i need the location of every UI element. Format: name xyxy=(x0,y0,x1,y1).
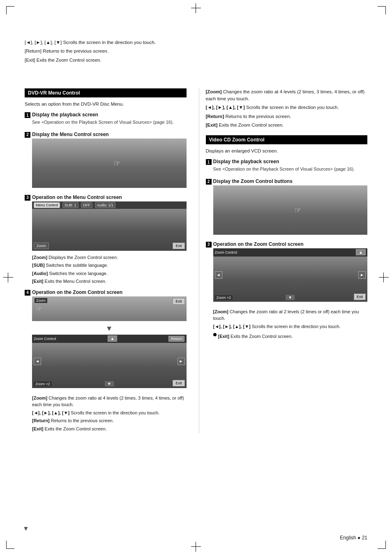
step-1-content: Display the playback screen See <Operati… xyxy=(32,112,187,128)
zoom-control-bar-4: Zoom Control ▲ Return xyxy=(32,335,187,343)
right-intro-arrows: [◄], [►], [▲], [▼] Scrolls the screen in… xyxy=(206,104,368,111)
nav-right-btn-r3: ► xyxy=(358,271,366,279)
bullet-dot xyxy=(213,333,217,336)
step-4: 4 Operation on the Zoom Control screen E… xyxy=(25,289,187,391)
right-step-2-title: Display the Zoom Control buttons xyxy=(213,178,368,184)
step-4-title: Operation on the Zoom Control screen xyxy=(32,289,187,295)
zoom-control-label: Zoom Control xyxy=(34,337,56,341)
main-content: DVD-VR Menu Control Selects an option fr… xyxy=(25,88,367,433)
crosshair-bottom xyxy=(191,542,201,552)
nav-right-r3: ► xyxy=(358,257,366,293)
right-step-1-title: Display the playback screen xyxy=(213,159,368,164)
right-intro-zoom: [Zoom] Changes the zoom ratio at 4 level… xyxy=(206,88,368,103)
off-btn: OFF xyxy=(81,202,92,208)
right-label-zoom: [Zoom] Changes the zoom ratio at 2 level… xyxy=(213,308,368,322)
step-2-screen: ☞ xyxy=(32,139,187,188)
step-3-label-zoom: [Zoom] Displays the Zoom Control screen. xyxy=(32,254,187,261)
step-2-content: Display the Menu Control screen ☞ xyxy=(32,132,187,191)
touch-icon-4a: ☞ xyxy=(36,305,42,312)
step-1-desc: See <Operation on the Playback Screen of… xyxy=(32,119,187,126)
step-3-label-exit: [Exit] Exits the Menu Control screen. xyxy=(32,278,187,285)
sub-btn: SUB: 1 xyxy=(62,202,78,208)
step-1-number: 1 xyxy=(25,112,30,118)
crosshair-top xyxy=(191,3,201,13)
touch-icon-r2: ☞ xyxy=(294,205,302,215)
right-step-3-title: Operation on the Zoom Control screen xyxy=(213,241,368,247)
road-scene-2: ☞ xyxy=(32,139,187,188)
road-scene-4b: Zoom Control ▲ Return ◄ ► Zoom ×2 ▼ xyxy=(32,335,187,388)
exit-btn-4b: Exit xyxy=(173,380,184,386)
step-3-label-audio: [Audio] Switches the voice language. xyxy=(32,270,187,277)
corner-mark-tr xyxy=(378,6,386,14)
zoom-label-4a: Zoom xyxy=(35,298,47,303)
dvd-vr-desc: Selects an option from the DVD-VR Disc M… xyxy=(25,101,187,108)
step-3-title: Operation on the Menu Control screen xyxy=(32,194,187,200)
nav-left-r3: ◄ xyxy=(215,271,222,279)
step-4-content: Operation on the Zoom Control screen Exi… xyxy=(32,289,187,391)
right-bullet-row: [Exit] Exits the Zoom Control screen. xyxy=(213,333,368,341)
vcd-section-header: Video CD Zoom Control xyxy=(206,135,368,144)
page-arrow-left: ▼ xyxy=(23,525,29,532)
nav-down-r3: ▼ xyxy=(286,295,295,300)
right-intro-text: [Zoom] Changes the zoom ratio at 4 level… xyxy=(206,88,368,129)
corner-mark-br xyxy=(378,541,386,549)
right-step-2-content: Display the Zoom Control buttons ☞ xyxy=(213,178,368,238)
menu-control-btn: Menu Control xyxy=(34,202,60,208)
right-step-1-number: 1 xyxy=(206,159,212,165)
nav-right-4: ► xyxy=(178,344,185,379)
zoom-up-btn: ▲ xyxy=(108,335,118,342)
right-labels: [Zoom] Changes the zoom ratio at 2 level… xyxy=(213,308,368,341)
audio-btn: Audio: 1/1 xyxy=(95,202,116,208)
right-step-3-content: Operation on the Zoom Control screen Zoo… xyxy=(213,241,368,305)
right-step-2-number: 2 xyxy=(206,179,212,185)
vcd-desc: Displays an enlarged VCD screen. xyxy=(206,148,368,155)
right-step-3-screen: Zoom Control ▲ ◄ ► Zoom ×2 ▼ Exit xyxy=(213,248,368,302)
zoom-x2-r3: Zoom ×2 xyxy=(215,295,233,300)
intro-line2: [Return] Returns to the previous screen. xyxy=(25,48,367,55)
exit-btn-4a: Exit xyxy=(173,298,184,305)
intro-text: [◄], [►], [▲], [▼] Scrolls the screen in… xyxy=(25,39,367,64)
step-2-title: Display the Menu Control screen xyxy=(32,132,187,137)
step-4-screen-top: Exit Zoom ☞ xyxy=(32,296,187,321)
label-zoom-4: [Zoom] Changes the zoom ratio at 4 level… xyxy=(32,395,187,408)
return-btn-4: Return xyxy=(168,336,184,342)
menu-bar-3: Menu Control SUB: 1 OFF Audio: 1/1 xyxy=(32,201,187,209)
right-intro-exit: [Exit] Exits the Zoom Control screen. xyxy=(206,122,368,129)
right-step-2: 2 Display the Zoom Control buttons ☞ xyxy=(206,178,368,238)
label-arrows-4: [◄], [►], [▲], [▼] Scrolls the screen in… xyxy=(32,409,187,416)
step-3: 3 Operation on the Menu Control screen M… xyxy=(25,194,187,286)
step-3-number: 3 xyxy=(25,195,30,201)
nav-right-btn: ► xyxy=(178,358,185,365)
step-2: 2 Display the Menu Control screen ☞ xyxy=(25,132,187,191)
corner-mark-tl xyxy=(6,6,14,14)
right-step-3: 3 Operation on the Zoom Control screen Z… xyxy=(206,241,368,305)
step-3-screen: Menu Control SUB: 1 OFF Audio: 1/1 Zoom … xyxy=(32,201,187,251)
road-scene-3: Menu Control SUB: 1 OFF Audio: 1/1 Zoom … xyxy=(32,201,187,251)
right-intro-return: [Return] Returns to the previous screen. xyxy=(206,113,368,120)
step-4-screen-bottom: Zoom Control ▲ Return ◄ ► Zoom ×2 ▼ xyxy=(32,335,187,388)
page-container: [◄], [►], [▲], [▼] Scrolls the screen in… xyxy=(0,0,392,555)
touch-icon-2: ☞ xyxy=(113,158,121,168)
step-4-number: 4 xyxy=(25,290,30,296)
right-step-2-screen: ☞ xyxy=(213,185,368,235)
step-1: 1 Display the playback screen See <Opera… xyxy=(25,112,187,128)
right-label-arrows: [◄], [►], [▲], [▼] Scrolls the screen in… xyxy=(213,323,368,330)
nav-down-4: ▼ xyxy=(105,381,114,386)
crosshair-left xyxy=(3,273,13,282)
label-return-4: [Return] Returns to the previous screen. xyxy=(32,417,187,424)
right-step-1-desc: See <Operation on the Playback Screen of… xyxy=(213,166,368,173)
left-column: DVD-VR Menu Control Selects an option fr… xyxy=(25,88,191,433)
exit-btn-r3: Exit xyxy=(354,294,366,300)
zoom-control-bar-r3: Zoom Control ▲ xyxy=(213,248,368,257)
zoom-up-btn-r3: ▲ xyxy=(356,249,366,255)
right-label-exit: [Exit] Exits the Zoom Control screen. xyxy=(218,333,293,340)
page-number: English ● 21 xyxy=(340,535,367,541)
step-2-number: 2 xyxy=(25,132,30,138)
right-step-1: 1 Display the playback screen See <Opera… xyxy=(206,159,368,175)
zoom-x2-4: Zoom ×2 xyxy=(34,382,52,386)
step-4-labels: [Zoom] Changes the zoom ratio at 4 level… xyxy=(32,395,187,432)
dvd-vr-section-header: DVD-VR Menu Control xyxy=(25,88,187,97)
road-scene-4a: Exit Zoom ☞ xyxy=(32,296,187,321)
intro-line3: [Exit] Exits the Zoom Control screen. xyxy=(25,57,367,64)
crosshair-right xyxy=(379,273,389,282)
